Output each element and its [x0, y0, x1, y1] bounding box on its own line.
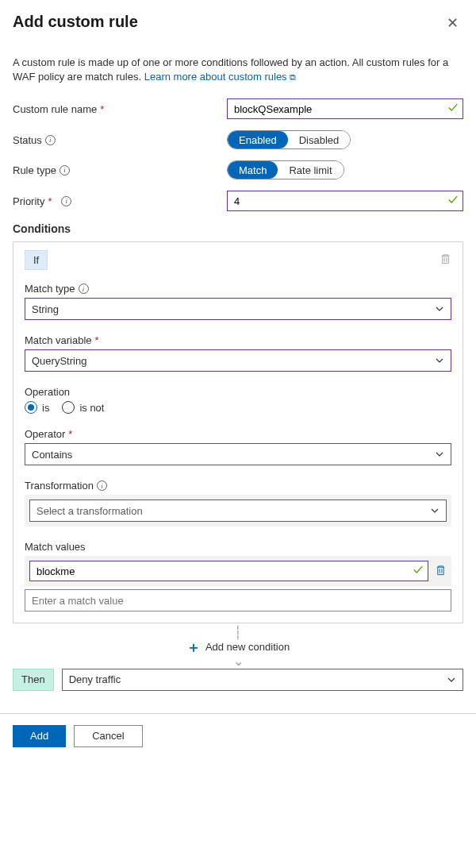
operator-label: Operator* — [25, 428, 451, 440]
radio-icon — [62, 401, 75, 414]
arrow-down-icon: ⌄ — [233, 657, 244, 665]
add-condition-button[interactable]: ＋ Add new condition — [186, 638, 290, 657]
add-condition-label: Add new condition — [205, 641, 290, 653]
if-badge: If — [25, 250, 48, 270]
radio-icon — [25, 401, 37, 414]
conditions-container: If Match type i String Match variable* Q… — [13, 241, 463, 623]
info-icon[interactable]: i — [79, 284, 89, 294]
match-variable-select[interactable]: QueryString — [25, 349, 451, 372]
description-text: A custom rule is made up of one or more … — [13, 56, 463, 84]
rule-name-label: Custom rule name* — [13, 103, 227, 115]
match-type-select[interactable]: String — [25, 298, 451, 320]
status-enabled[interactable]: Enabled — [228, 131, 288, 149]
status-toggle[interactable]: Enabled Disabled — [227, 130, 351, 149]
match-variable-label: Match variable* — [25, 334, 451, 346]
operator-select[interactable]: Contains — [25, 443, 451, 465]
conditions-heading: Conditions — [13, 222, 463, 235]
arrow-down-icon: ┆ — [234, 628, 242, 637]
condition-connector: ┆ ＋ Add new condition ⌄ — [13, 628, 463, 665]
action-select[interactable]: Deny traffic — [62, 669, 463, 691]
delete-condition-icon[interactable] — [440, 253, 451, 268]
operation-isnot-radio[interactable]: is not — [62, 401, 104, 414]
rule-name-input[interactable] — [227, 98, 463, 119]
plus-icon: ＋ — [186, 638, 201, 657]
transformation-label: Transformation i — [25, 480, 451, 492]
add-button[interactable]: Add — [13, 725, 66, 747]
rule-type-match[interactable]: Match — [228, 161, 278, 179]
operation-is-radio[interactable]: is — [25, 401, 49, 414]
info-icon[interactable]: i — [60, 165, 70, 176]
close-icon[interactable]: ✕ — [442, 13, 463, 33]
rule-type-rate-limit[interactable]: Rate limit — [278, 161, 343, 179]
match-value-input-0[interactable] — [29, 561, 428, 581]
learn-more-link[interactable]: Learn more about custom rules ⧉ — [144, 71, 297, 83]
match-value-input-new[interactable] — [25, 589, 451, 611]
info-icon[interactable]: i — [61, 196, 71, 206]
operation-label: Operation — [25, 386, 451, 398]
learn-more-text: Learn more about custom rules — [144, 71, 287, 83]
priority-label: Priority* i — [13, 195, 227, 207]
status-label: Status i — [13, 134, 227, 146]
transformation-select[interactable]: Select a transformation — [29, 500, 447, 522]
valid-check-icon — [447, 195, 459, 208]
rule-type-label: Rule type i — [13, 164, 227, 176]
panel-title: Add custom rule — [13, 13, 138, 31]
external-link-icon: ⧉ — [290, 71, 296, 83]
valid-check-icon — [413, 565, 424, 578]
operation-isnot-label: is not — [79, 402, 104, 414]
cancel-button[interactable]: Cancel — [74, 725, 142, 747]
operation-is-label: is — [42, 402, 49, 414]
match-values-label: Match values — [25, 541, 451, 553]
valid-check-icon — [447, 102, 459, 116]
priority-input[interactable] — [227, 191, 463, 211]
delete-value-icon[interactable] — [435, 564, 447, 579]
info-icon[interactable]: i — [45, 135, 56, 145]
info-icon[interactable]: i — [97, 480, 107, 491]
then-badge: Then — [13, 669, 54, 691]
match-type-label: Match type i — [25, 283, 451, 295]
status-disabled[interactable]: Disabled — [288, 131, 351, 149]
rule-type-toggle[interactable]: Match Rate limit — [227, 160, 344, 179]
